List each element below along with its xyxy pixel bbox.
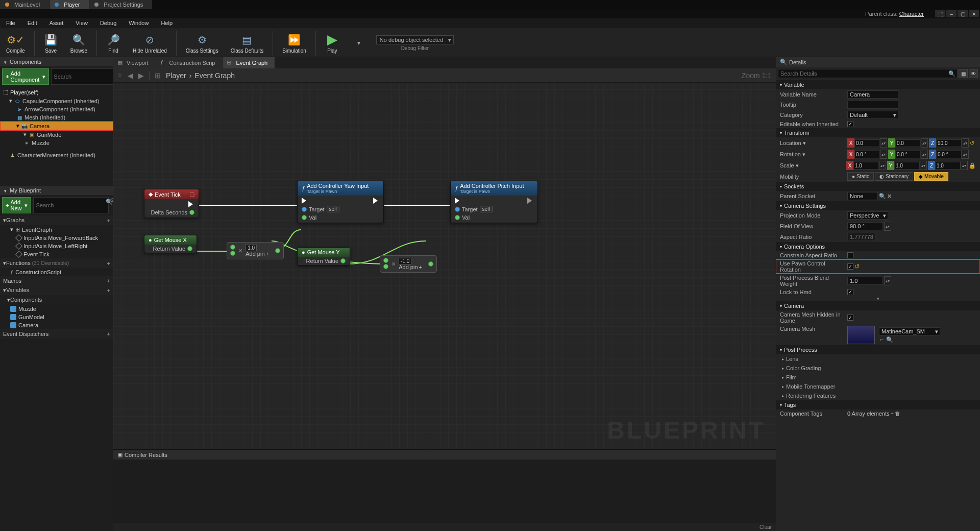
projection-select[interactable]: Perspective (847, 211, 888, 220)
menu-window[interactable]: Window (122, 18, 155, 29)
pin-out[interactable] (428, 261, 433, 267)
tab-construction-script[interactable]: ƒConstruction Scrip (156, 57, 223, 68)
window-minimize-icon[interactable]: – (946, 10, 957, 17)
add-function-icon[interactable]: + (107, 260, 110, 267)
class-settings-button[interactable]: ⚙Class Settings (180, 31, 225, 56)
menu-help[interactable]: Help (155, 18, 179, 29)
category-select[interactable]: Default (847, 111, 898, 119)
var-muzzle[interactable]: Muzzle (0, 305, 113, 313)
target-pin[interactable] (455, 207, 460, 212)
lock-scale-icon[interactable]: 🔒 (969, 162, 976, 169)
component-gunmodel[interactable]: ▾▣GunModel (0, 130, 113, 139)
rot-x[interactable] (854, 151, 880, 158)
reset-location-icon[interactable]: ↺ (970, 140, 974, 147)
myblueprint-panel-header[interactable]: My Blueprint (0, 186, 113, 195)
add-variable-icon[interactable]: + (107, 287, 110, 294)
graphs-section[interactable]: ▾Graphs+ (0, 215, 113, 225)
menu-file[interactable]: File (0, 18, 21, 29)
pp-rendering-features[interactable]: Rendering Features (776, 391, 980, 400)
dispatchers-section[interactable]: Event Dispatchers+ (0, 329, 113, 339)
component-charmovement[interactable]: ♟CharacterMovement (Inherited) (0, 151, 113, 159)
graph-canvas[interactable]: ◆ Event Tick ▢ Delta Seconds ƒ Add Contr… (113, 83, 776, 449)
add-tag-icon[interactable]: + (891, 411, 894, 417)
component-muzzle[interactable]: ✶Muzzle (0, 139, 113, 147)
cat-transform[interactable]: Transform (776, 128, 980, 137)
mesh-hidden-checkbox[interactable] (847, 315, 853, 321)
cat-camera-settings[interactable]: Camera Settings (776, 201, 980, 210)
graph-input-forwardback[interactable]: InputAxis Move_ForwardBack (0, 234, 113, 242)
components-panel-header[interactable]: Components (0, 57, 113, 66)
myblueprint-search-input[interactable] (33, 197, 109, 213)
menu-debug[interactable]: Debug (94, 18, 122, 29)
macros-section[interactable]: Macros+ (0, 276, 113, 285)
details-search-input[interactable] (778, 69, 958, 78)
loc-x[interactable] (854, 139, 880, 147)
components-subsection[interactable]: ▾Components (0, 295, 113, 305)
pin-b[interactable] (383, 264, 388, 269)
mobility-stationary[interactable]: ◐ Stationary (875, 172, 913, 181)
exec-in-pin[interactable] (455, 198, 461, 204)
parent-class-link[interactable]: Character (899, 11, 924, 17)
use-asset-icon[interactable]: ← (879, 336, 885, 343)
debug-object-select[interactable]: No debug object selected (376, 35, 454, 44)
add-macro-icon[interactable]: + (107, 278, 110, 284)
window-close-icon[interactable]: ✕ (969, 10, 979, 17)
exec-out-pin[interactable] (373, 198, 379, 204)
camera-mesh-select[interactable]: MatineeCam_SM (879, 327, 940, 335)
node-get-mouse-x[interactable]: ● Get Mouse X Return Value (144, 235, 197, 253)
graph-event-tick[interactable]: Event Tick (0, 250, 113, 258)
component-root[interactable]: ⬚ Player(self) (0, 88, 113, 96)
scale-z[interactable] (935, 162, 961, 170)
node-add-yaw[interactable]: ƒ Add Controller Yaw InputTarget is Pawn… (297, 181, 384, 223)
data-pin[interactable] (340, 258, 346, 263)
component-arrow[interactable]: ➤ArrowComponent (Inherited) (0, 105, 113, 113)
class-defaults-button[interactable]: ▤Class Defaults (225, 31, 273, 56)
pp-color-grading[interactable]: Color Grading (776, 364, 980, 373)
clear-socket-icon[interactable]: ✕ (887, 193, 892, 200)
save-button[interactable]: 💾Save (38, 31, 64, 56)
lock-hmd-checkbox[interactable] (847, 289, 853, 295)
menu-edit[interactable]: Edit (21, 18, 43, 29)
revert-pawn-icon[interactable]: ↺ (854, 263, 860, 270)
component-camera[interactable]: ▾📷Camera (0, 122, 113, 130)
val-pin[interactable] (302, 215, 307, 220)
tooltip-input[interactable] (847, 101, 898, 109)
pin-a[interactable] (383, 258, 388, 263)
favorite-icon[interactable]: ☆ (117, 72, 122, 79)
mobility-movable[interactable]: ◆ Movable (914, 172, 948, 181)
graph-input-leftright[interactable]: InputAxis Move_LeftRight (0, 242, 113, 250)
browse-socket-icon[interactable]: 🔍 (879, 193, 886, 200)
crumb-player[interactable]: Player (166, 71, 186, 80)
window-maximize-icon[interactable]: ▢ (958, 10, 968, 17)
pp-film[interactable]: Film (776, 373, 980, 382)
pin-b[interactable] (230, 251, 235, 256)
mobility-static[interactable]: ● Static (847, 172, 874, 181)
clear-button[interactable]: Clear (760, 524, 772, 530)
browse-button[interactable]: 🔍Browse (64, 31, 97, 56)
property-matrix-icon[interactable]: ▦ (959, 69, 968, 78)
var-gunmodel[interactable]: GunModel (0, 313, 113, 321)
data-pin[interactable] (187, 246, 192, 251)
camera-mesh-thumbnail[interactable] (847, 326, 875, 344)
val-pin[interactable] (455, 215, 460, 220)
rot-z[interactable] (936, 151, 962, 158)
hide-unrelated-button[interactable]: ⊘Hide Unrelated (127, 31, 177, 56)
add-component-button[interactable]: Add Component (2, 68, 49, 85)
exec-out-pin[interactable] (188, 201, 194, 207)
node-multiply-2[interactable]: × -1.0Add pin + (380, 255, 437, 273)
scale-x[interactable] (853, 162, 879, 170)
play-button[interactable]: ▶Play (319, 31, 346, 56)
pawn-control-checkbox[interactable] (847, 263, 853, 270)
compile-button[interactable]: ⚙✓Compile (0, 31, 35, 56)
func-constructionscript[interactable]: ƒ ConstructionScript (0, 268, 113, 276)
cat-sockets[interactable]: Sockets (776, 182, 980, 191)
browse-asset-icon[interactable]: 🔍 (886, 336, 893, 343)
menu-view[interactable]: View (69, 18, 94, 29)
component-mesh[interactable]: ▦Mesh (Inherited) (0, 113, 113, 122)
loc-y[interactable] (895, 139, 921, 147)
variables-section[interactable]: ▾Variables+ (0, 285, 113, 295)
rot-y[interactable] (895, 151, 921, 158)
add-graph-icon[interactable]: + (107, 218, 110, 224)
pin-out[interactable] (275, 248, 280, 253)
details-panel-header[interactable]: 🔍 Details (776, 57, 980, 67)
